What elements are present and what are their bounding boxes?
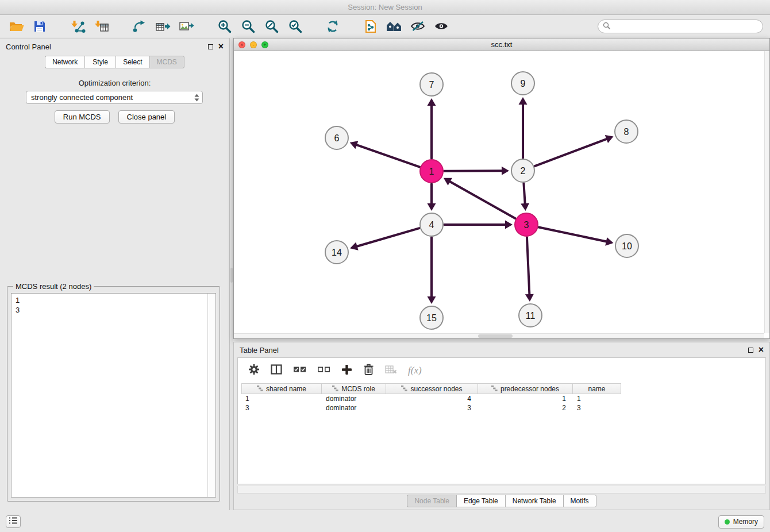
column-header-shared-name[interactable]: shared name	[241, 383, 322, 394]
graph-node-1[interactable]: 1	[420, 160, 443, 183]
home-button[interactable]	[385, 17, 403, 36]
graph-node-11[interactable]: 11	[519, 304, 542, 327]
graph-edge-arrow-2-3	[521, 203, 529, 211]
mcds-result-title: MCDS result (2 nodes)	[13, 282, 94, 291]
refresh-icon	[326, 20, 340, 33]
graph-node-14[interactable]: 14	[325, 241, 348, 264]
save-session-button[interactable]	[30, 17, 49, 36]
tab-motifs[interactable]: Motifs	[563, 495, 596, 507]
network-graph[interactable]: 7968124314101511	[234, 51, 769, 334]
delete-table-button[interactable]	[385, 365, 397, 376]
column-header-successor-nodes[interactable]: successor nodes	[386, 383, 478, 394]
table-row[interactable]: 1 dominator 4 1 1	[241, 394, 621, 403]
function-builder-button[interactable]: f(x)	[408, 365, 422, 376]
network-horizontal-scrollbar[interactable]	[234, 333, 764, 338]
export-network-button[interactable]	[130, 17, 148, 36]
graph-node-10[interactable]: 10	[615, 234, 638, 257]
zoom-selected-button[interactable]	[286, 17, 304, 36]
graph-edge-3-1[interactable]	[449, 181, 515, 218]
cell-predecessor-nodes[interactable]: 1	[478, 394, 573, 403]
float-table-panel-icon[interactable]	[748, 348, 753, 353]
cell-name[interactable]: 3	[573, 403, 621, 413]
refresh-view-button[interactable]	[324, 17, 342, 36]
graph-node-15[interactable]: 15	[420, 306, 443, 329]
show-details-button[interactable]	[432, 17, 451, 36]
network-file-button[interactable]	[361, 17, 380, 36]
add-row-button[interactable]	[341, 364, 352, 377]
memory-button[interactable]: Memory	[718, 515, 764, 529]
hide-details-button[interactable]	[409, 17, 427, 36]
close-table-panel-icon[interactable]: ×	[759, 347, 764, 353]
cell-shared-name[interactable]: 1	[241, 394, 322, 403]
tab-network[interactable]: Network	[45, 56, 84, 68]
criterion-select[interactable]: strongly connected component	[26, 91, 203, 104]
network-vertical-scrollbar[interactable]	[764, 51, 769, 333]
home-icon	[386, 20, 403, 33]
close-panel-button[interactable]: Close panel	[118, 110, 175, 124]
import-table-button[interactable]	[92, 17, 110, 36]
graph-edge-2-3[interactable]	[523, 183, 525, 205]
column-header-mcds-role[interactable]: MCDS role	[322, 383, 386, 394]
column-header-predecessor-nodes[interactable]: predecessor nodes	[478, 383, 573, 394]
search-field[interactable]	[598, 20, 763, 33]
import-network-button[interactable]	[68, 17, 87, 36]
tab-edge-table[interactable]: Edge Table	[456, 495, 505, 507]
select-all-columns-button[interactable]	[293, 365, 306, 376]
close-panel-icon[interactable]: ×	[218, 44, 224, 49]
graph-node-7[interactable]: 7	[420, 73, 443, 96]
deselect-all-columns-button[interactable]	[317, 365, 330, 376]
graph-node-8[interactable]: 8	[615, 120, 638, 143]
cell-name[interactable]: 1	[573, 394, 621, 403]
mcds-result-box[interactable]: 1 3	[11, 293, 216, 498]
column-header-name[interactable]: name	[573, 383, 621, 394]
export-table-button[interactable]	[153, 17, 172, 36]
cell-mcds-role[interactable]: dominator	[322, 394, 386, 403]
minimize-window-icon[interactable]: -	[250, 41, 257, 48]
run-mcds-button[interactable]: Run MCDS	[55, 110, 110, 124]
show-columns-button[interactable]	[271, 364, 282, 377]
graph-node-4[interactable]: 4	[420, 213, 443, 236]
zoom-in-button[interactable]	[215, 17, 233, 36]
column-sort-icon	[257, 385, 263, 393]
cell-successor-nodes[interactable]: 3	[386, 403, 478, 413]
task-history-button[interactable]	[6, 515, 21, 528]
zoom-out-button[interactable]	[238, 17, 257, 36]
graph-node-2[interactable]: 2	[511, 159, 534, 182]
network-window-titlebar[interactable]: × - + scc.txt	[234, 38, 769, 51]
result-scrollbar[interactable]	[207, 294, 215, 497]
graph-edge-4-14[interactable]	[356, 228, 419, 246]
table-horizontal-scrollbar[interactable]	[237, 486, 766, 494]
control-panel: Control Panel × Network Style Select MCD…	[0, 38, 230, 510]
graph-edge-2-8[interactable]	[535, 138, 608, 166]
graph-edge-3-10[interactable]	[539, 228, 607, 242]
table-settings-button[interactable]	[248, 364, 260, 377]
cell-successor-nodes[interactable]: 4	[386, 394, 478, 403]
graph-node-6[interactable]: 6	[325, 126, 348, 149]
close-window-icon[interactable]: ×	[238, 41, 245, 48]
zoom-out-icon	[241, 19, 255, 33]
export-image-button[interactable]	[177, 17, 195, 36]
tab-node-table[interactable]: Node Table	[407, 495, 456, 507]
graph-node-label: 9	[521, 79, 526, 88]
graph-node-3[interactable]: 3	[515, 213, 538, 236]
tab-mcds[interactable]: MCDS	[149, 56, 184, 68]
cell-shared-name[interactable]: 3	[241, 403, 322, 413]
graph-edge-1-6[interactable]	[356, 145, 419, 167]
eye-icon	[434, 20, 449, 32]
tab-style[interactable]: Style	[84, 56, 116, 68]
tab-network-table[interactable]: Network Table	[505, 495, 563, 507]
zoom-fit-button[interactable]	[262, 17, 280, 36]
delete-rows-button[interactable]	[363, 364, 374, 378]
float-panel-icon[interactable]	[208, 44, 213, 49]
graph-node-9[interactable]: 9	[511, 72, 534, 95]
graph-edge-3-11[interactable]	[527, 237, 529, 295]
cell-predecessor-nodes[interactable]: 2	[478, 403, 573, 413]
maximize-window-icon[interactable]: +	[261, 41, 268, 48]
table-row[interactable]: 3 dominator 3 2 3	[241, 403, 621, 413]
search-input[interactable]	[613, 22, 758, 30]
graph-edge-1-2[interactable]	[444, 171, 503, 171]
cell-mcds-role[interactable]: dominator	[322, 403, 386, 413]
tab-select[interactable]: Select	[116, 56, 149, 68]
open-session-button[interactable]	[7, 17, 25, 36]
splitter-handle[interactable]	[230, 268, 233, 283]
